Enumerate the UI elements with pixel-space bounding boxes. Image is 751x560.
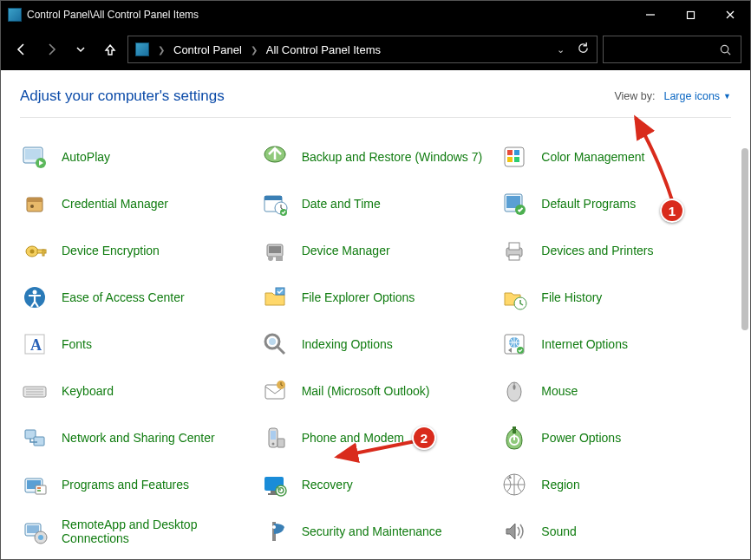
control-panel-item[interactable]: Default Programs bbox=[500, 186, 731, 222]
close-button[interactable] bbox=[710, 1, 750, 29]
item-label: Credential Manager bbox=[62, 197, 168, 211]
recovery-icon bbox=[260, 470, 290, 499]
network-icon bbox=[20, 423, 49, 453]
control-panel-item[interactable]: Backup and Restore (Windows 7) bbox=[260, 139, 492, 175]
recent-dropdown[interactable] bbox=[69, 37, 93, 62]
color-icon bbox=[500, 142, 529, 172]
item-label: Security and Maintenance bbox=[302, 524, 442, 538]
control-panel-item[interactable]: Internet Options bbox=[500, 326, 731, 362]
folderopt-icon bbox=[260, 283, 290, 312]
mail-icon bbox=[260, 376, 290, 406]
page-title: Adjust your computer's settings bbox=[20, 88, 225, 105]
remoteapp-icon bbox=[20, 517, 49, 546]
indexing-icon bbox=[260, 329, 290, 359]
keyboard-icon bbox=[20, 376, 49, 406]
item-label: Backup and Restore (Windows 7) bbox=[302, 150, 483, 164]
svg-line-5 bbox=[728, 51, 730, 54]
printers-icon bbox=[500, 236, 529, 265]
control-panel-item[interactable]: Sound bbox=[500, 513, 731, 550]
item-label: File Explorer Options bbox=[302, 290, 415, 304]
item-label: Phone and Modem bbox=[302, 431, 404, 445]
item-label: Ease of Access Center bbox=[62, 290, 185, 304]
control-panel-item[interactable]: Region bbox=[500, 466, 731, 503]
item-label: Indexing Options bbox=[302, 337, 393, 351]
up-button[interactable] bbox=[98, 37, 122, 62]
breadcrumb-root[interactable]: Control Panel bbox=[173, 43, 242, 56]
item-label: Programs and Features bbox=[62, 478, 189, 492]
control-panel-item[interactable]: File History bbox=[500, 279, 731, 316]
devicemgr-icon bbox=[260, 236, 290, 265]
credential-icon bbox=[20, 189, 49, 218]
item-label: Region bbox=[541, 478, 579, 492]
breadcrumb-current[interactable]: All Control Panel Items bbox=[266, 43, 381, 56]
content-area: Adjust your computer's settings View by:… bbox=[1, 70, 750, 559]
control-panel-item[interactable]: Mail (Microsoft Outlook) bbox=[260, 373, 492, 409]
search-box[interactable] bbox=[603, 36, 741, 63]
address-icon bbox=[135, 42, 149, 56]
search-icon bbox=[719, 43, 732, 56]
control-panel-item[interactable]: Fonts bbox=[20, 326, 251, 362]
control-panel-item[interactable]: Color Management bbox=[500, 139, 731, 175]
control-panel-item[interactable]: Devices and Printers bbox=[500, 232, 731, 269]
chevron-right-icon: ❯ bbox=[158, 45, 165, 55]
item-label: Mouse bbox=[541, 384, 578, 398]
vertical-scrollbar[interactable] bbox=[741, 148, 748, 554]
control-panel-item[interactable]: Power Options bbox=[500, 420, 731, 456]
scroll-thumb[interactable] bbox=[741, 148, 748, 330]
programs-icon bbox=[20, 470, 49, 499]
item-label: RemoteApp and Desktop Connections bbox=[62, 518, 251, 545]
view-by-value: Large icons bbox=[663, 90, 720, 102]
app-icon bbox=[8, 8, 22, 22]
item-label: File History bbox=[541, 290, 602, 304]
item-label: Internet Options bbox=[541, 337, 628, 351]
autoplay-icon bbox=[20, 142, 49, 172]
item-label: Keyboard bbox=[62, 384, 114, 398]
item-label: Power Options bbox=[541, 431, 621, 445]
encryption-icon bbox=[20, 236, 49, 265]
control-panel-item[interactable]: Device Encryption bbox=[20, 232, 251, 269]
toolbar: ❯ Control Panel ❯ All Control Panel Item… bbox=[1, 29, 750, 70]
address-history-dropdown-icon[interactable]: ⌄ bbox=[557, 44, 565, 55]
control-panel-item[interactable]: Phone and Modem bbox=[260, 420, 492, 456]
control-panel-item[interactable]: Recovery bbox=[260, 466, 492, 503]
defaultprog-icon bbox=[500, 189, 529, 218]
chevron-down-icon: ▼ bbox=[723, 92, 731, 101]
titlebar: Control Panel\All Control Panel Items bbox=[1, 1, 750, 29]
filehistory-icon bbox=[500, 283, 529, 312]
control-panel-item[interactable]: Credential Manager bbox=[20, 186, 251, 222]
back-button[interactable] bbox=[10, 37, 34, 62]
item-label: AutoPlay bbox=[62, 150, 110, 164]
control-panel-item[interactable]: Device Manager bbox=[260, 232, 492, 269]
control-panel-item[interactable]: File Explorer Options bbox=[260, 279, 492, 316]
fonts-icon bbox=[20, 329, 49, 359]
refresh-icon[interactable] bbox=[577, 42, 590, 57]
control-panel-item[interactable]: Security and Maintenance bbox=[260, 513, 492, 550]
datetime-icon bbox=[260, 189, 290, 218]
item-label: Sound bbox=[541, 524, 576, 538]
control-panel-item[interactable]: Mouse bbox=[500, 373, 731, 409]
chevron-right-icon: ❯ bbox=[251, 45, 258, 55]
region-icon bbox=[500, 470, 529, 499]
window-title: Control Panel\All Control Panel Items bbox=[27, 9, 199, 21]
control-panel-item[interactable]: Indexing Options bbox=[260, 326, 492, 362]
maximize-button[interactable] bbox=[670, 1, 710, 29]
window-controls bbox=[630, 1, 750, 29]
minimize-button[interactable] bbox=[630, 1, 670, 29]
control-panel-item[interactable]: Date and Time bbox=[260, 186, 492, 222]
address-bar[interactable]: ❯ Control Panel ❯ All Control Panel Item… bbox=[127, 36, 598, 63]
window-root: { "titlebar": { "caption": "Control Pane… bbox=[0, 0, 751, 560]
forward-button[interactable] bbox=[39, 37, 63, 62]
control-panel-item[interactable]: Programs and Features bbox=[20, 466, 251, 503]
item-label: Devices and Printers bbox=[541, 244, 653, 257]
view-by-dropdown[interactable]: Large icons ▼ bbox=[663, 90, 731, 102]
control-panel-item[interactable]: RemoteApp and Desktop Connections bbox=[20, 513, 251, 550]
control-panel-item[interactable]: Ease of Access Center bbox=[20, 279, 251, 316]
item-label: Recovery bbox=[302, 478, 353, 492]
content-header: Adjust your computer's settings View by:… bbox=[20, 88, 731, 118]
control-panel-item[interactable]: AutoPlay bbox=[20, 139, 251, 175]
item-label: Color Management bbox=[541, 150, 644, 164]
power-icon bbox=[500, 423, 529, 453]
phone-icon bbox=[260, 423, 290, 453]
control-panel-item[interactable]: Keyboard bbox=[20, 373, 251, 409]
control-panel-item[interactable]: Network and Sharing Center bbox=[20, 420, 251, 456]
